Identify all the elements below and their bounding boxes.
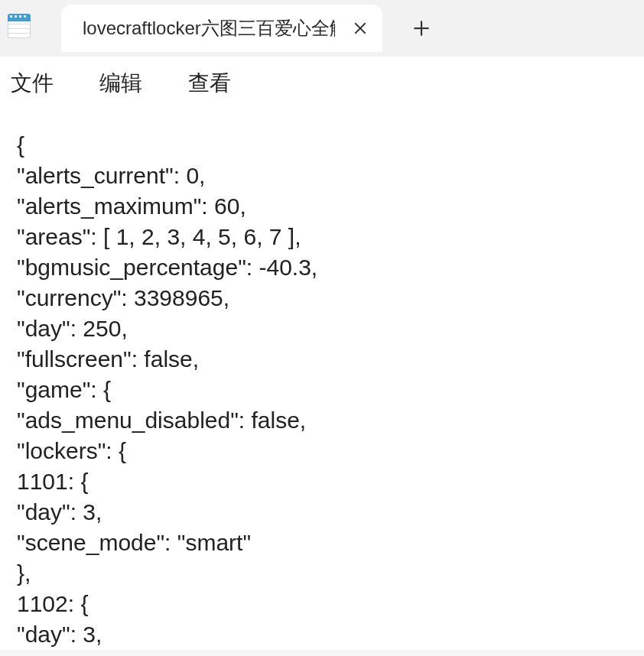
editor-line: "day": 3, <box>17 619 627 650</box>
editor-line: "day": 3, <box>17 497 627 528</box>
plus-icon <box>413 20 430 37</box>
editor-line: 1101: { <box>17 466 627 497</box>
editor-line: }, <box>17 558 627 589</box>
editor-line: 1102: { <box>17 589 627 619</box>
menu-bar: 文件 编辑 查看 <box>0 57 644 115</box>
editor-line: "fullscreen": false, <box>17 344 627 375</box>
tab-active[interactable]: lovecraftlocker六图三百爱心全解锁 <box>61 5 382 52</box>
editor-line: "bgmusic_percentage": -40.3, <box>17 252 627 283</box>
editor-line: "ads_menu_disabled": false, <box>17 405 627 436</box>
tab-bar: lovecraftlocker六图三百爱心全解锁 <box>0 0 644 57</box>
menu-view[interactable]: 查看 <box>188 69 231 98</box>
notepad-app-icon <box>6 14 32 40</box>
editor-line: "alerts_current": 0, <box>17 161 627 191</box>
menu-edit[interactable]: 编辑 <box>99 69 142 98</box>
editor-content[interactable]: {"alerts_current": 0,"alerts_maximum": 6… <box>0 115 644 650</box>
editor-line: "lockers": { <box>17 436 627 466</box>
editor-line: "areas": [ 1, 2, 3, 4, 5, 6, 7 ], <box>17 222 627 252</box>
editor-line: { <box>17 130 627 161</box>
close-icon <box>353 21 367 35</box>
editor-line: "day": 250, <box>17 313 627 344</box>
editor-line: "currency": 3398965, <box>17 283 627 313</box>
editor-line: "scene_mode": "smart" <box>17 528 627 558</box>
close-tab-button[interactable] <box>352 20 369 37</box>
menu-file[interactable]: 文件 <box>11 69 54 98</box>
new-tab-button[interactable] <box>404 11 439 46</box>
tab-title: lovecraftlocker六图三百爱心全解锁 <box>83 16 335 41</box>
editor-line: "game": { <box>17 375 627 405</box>
editor-line: "alerts_maximum": 60, <box>17 191 627 222</box>
